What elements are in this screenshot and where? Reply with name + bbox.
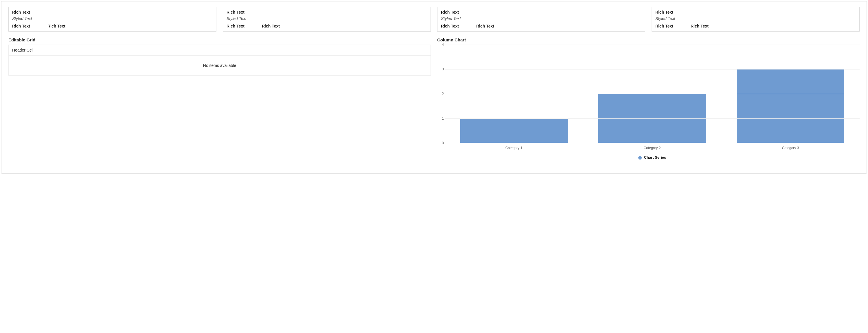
chart-x-label: Category 3 <box>721 146 860 150</box>
card-title: Rich Text <box>441 10 642 15</box>
card-styled-text: Styled Text <box>655 16 856 21</box>
card-styled-text: Styled Text <box>12 16 213 21</box>
chart-gridline <box>445 118 860 119</box>
card-title: Rich Text <box>655 10 856 15</box>
editable-grid[interactable]: Header Cell No items available <box>8 45 431 76</box>
card-pair: Rich Text Rich Text <box>226 24 427 28</box>
card-left-label: Rich Text <box>12 24 30 28</box>
chart-y-tick: 0 <box>439 141 444 145</box>
chart-y-tick: 4 <box>439 43 444 47</box>
legend-swatch-icon <box>638 156 642 160</box>
card-right-label: Rich Text <box>691 24 709 28</box>
left-column: Editable Grid Header Cell No items avail… <box>8 37 431 76</box>
card-styled-text: Styled Text <box>226 16 427 21</box>
card: Rich Text Styled Text Rich Text Rich Tex… <box>223 7 431 32</box>
cards-row: Rich Text Styled Text Rich Text Rich Tex… <box>8 7 860 32</box>
card-right-label: Rich Text <box>476 24 494 28</box>
card-left-label: Rich Text <box>441 24 459 28</box>
grid-header-cell[interactable]: Header Cell <box>9 45 431 56</box>
chart-legend: Chart Series <box>445 155 860 160</box>
grid-section-title: Editable Grid <box>8 37 431 42</box>
card-pair: Rich Text Rich Text <box>441 24 642 28</box>
legend-label: Chart Series <box>644 155 666 160</box>
card-right-label: Rich Text <box>262 24 280 28</box>
card-left-label: Rich Text <box>226 24 245 28</box>
chart-gridline <box>445 45 860 45</box>
card-title: Rich Text <box>226 10 427 15</box>
chart-y-tick: 3 <box>439 67 444 71</box>
chart-bar <box>460 118 568 143</box>
chart-x-label: Category 1 <box>445 146 583 150</box>
chart-x-label: Category 2 <box>583 146 721 150</box>
canvas: Rich Text Styled Text Rich Text Rich Tex… <box>1 1 867 174</box>
card-pair: Rich Text Rich Text <box>12 24 213 28</box>
card-left-label: Rich Text <box>655 24 673 28</box>
chart-baseline <box>445 143 860 143</box>
card: Rich Text Styled Text Rich Text Rich Tex… <box>652 7 860 32</box>
two-column-layout: Editable Grid Header Cell No items avail… <box>8 37 860 167</box>
chart-y-tick: 2 <box>439 92 444 96</box>
chart-gridline <box>445 94 860 94</box>
chart-bar <box>737 69 844 143</box>
right-column: Column Chart 01234 Category 1Category 2C… <box>437 37 860 167</box>
chart-gridline <box>445 69 860 70</box>
chart-section-title: Column Chart <box>437 37 860 42</box>
card-pair: Rich Text Rich Text <box>655 24 856 28</box>
chart-x-labels: Category 1Category 2Category 3 <box>445 146 860 150</box>
card: Rich Text Styled Text Rich Text Rich Tex… <box>437 7 645 32</box>
column-chart: 01234 Category 1Category 2Category 3 Cha… <box>437 45 860 167</box>
card-right-label: Rich Text <box>48 24 65 28</box>
chart-plot-area: 01234 <box>445 45 860 143</box>
card-styled-text: Styled Text <box>441 16 642 21</box>
chart-y-tick: 1 <box>439 116 444 120</box>
card: Rich Text Styled Text Rich Text Rich Tex… <box>8 7 216 32</box>
card-title: Rich Text <box>12 10 213 15</box>
grid-empty-message: No items available <box>9 56 431 75</box>
